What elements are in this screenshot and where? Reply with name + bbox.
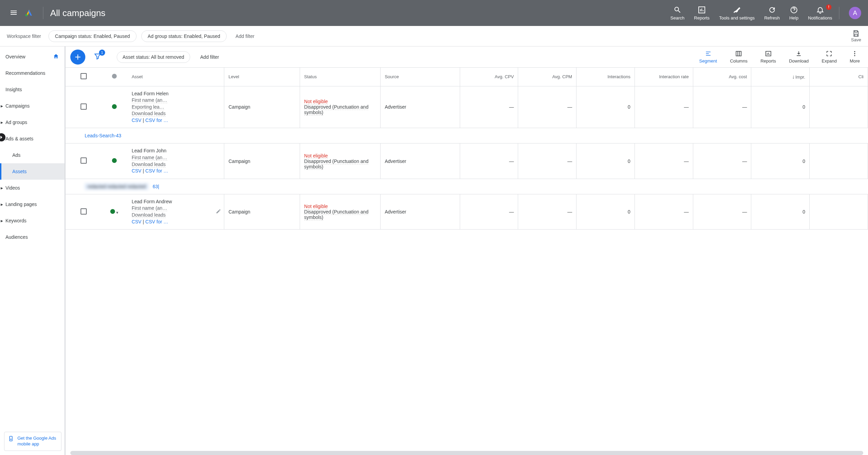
add-filter-link[interactable]: Add filter (231, 31, 258, 42)
row-status-dot[interactable] (101, 86, 127, 128)
expand-button[interactable]: Expand (818, 50, 840, 64)
sidebar-item-campaigns[interactable]: ▸Campaigns (0, 98, 65, 114)
th-clicks[interactable]: Cli (810, 68, 868, 86)
sidebar-label: Landing pages (5, 202, 37, 207)
th-asset[interactable]: Asset (128, 68, 224, 86)
th-avg-cpv[interactable]: Avg. CPV (460, 68, 518, 86)
csv-link[interactable]: CSV (132, 219, 142, 224)
tools-button[interactable]: Tools and settings (719, 6, 755, 20)
campaign-group-row[interactable]: Leads-Search-43 (66, 128, 868, 143)
th-avg-cpm[interactable]: Avg. CPM (518, 68, 577, 86)
th-status[interactable]: Status (300, 68, 381, 86)
csv-link[interactable]: CSV (132, 168, 142, 174)
sort-descending-icon: ↓ (792, 74, 795, 80)
download-leads-label: Download leads (132, 111, 166, 116)
sidebar-item-audiences[interactable]: Audiences (0, 229, 65, 245)
th-avg-cost[interactable]: Avg. cost (693, 68, 751, 86)
sidebar-item-recommendations[interactable]: Recommendations (0, 65, 65, 81)
sidebar-item-videos[interactable]: ▸Videos (0, 180, 65, 196)
sidebar-item-landing-pages[interactable]: ▸Landing pages (0, 196, 65, 212)
cell-impr: 0 (751, 194, 810, 229)
sidebar-item-keywords[interactable]: ▸Keywords (0, 212, 65, 229)
add-button[interactable] (70, 50, 85, 65)
mobile-app-promo-text: Get the Google Ads mobile app (17, 436, 58, 447)
sidebar-item-assets[interactable]: Assets (0, 163, 65, 180)
chip-campaign-status[interactable]: Campaign status: Enabled, Paused (48, 30, 136, 42)
cell-status: Not eligibleDisapproved (Punctuation and… (300, 194, 381, 229)
sidebar-item-insights[interactable]: Insights (0, 81, 65, 98)
th-interactions[interactable]: Interactions (577, 68, 635, 86)
cell-clicks (810, 86, 868, 128)
chip-adgroup-status[interactable]: Ad group status: Enabled, Paused (141, 30, 227, 42)
row-status-dot[interactable]: ▼ (101, 194, 127, 229)
notifications-button[interactable]: ! Notifications (808, 6, 832, 20)
csv-link[interactable]: CSV (132, 118, 142, 123)
account-avatar[interactable]: A (849, 7, 861, 19)
asset-note: Exporting lea… (132, 104, 165, 110)
filter-count-badge: 1 (99, 50, 105, 56)
chevron-right-icon: ▸ (1, 185, 3, 191)
campaign-group-row[interactable]: redacted redacted redacted 63| (66, 179, 868, 194)
download-leads-label: Download leads (132, 162, 166, 167)
cell-interactions: 0 (577, 143, 635, 179)
toolbar-add-filter[interactable]: Add filter (196, 52, 223, 63)
row-status-dot[interactable] (101, 143, 127, 179)
edit-icon[interactable] (216, 209, 221, 215)
sidebar-item-overview[interactable]: Overview (0, 49, 65, 65)
sidebar-item-adgroups[interactable]: ▸Ad groups (0, 114, 65, 130)
download-button[interactable]: Download (785, 50, 812, 64)
main-layout: Overview Recommendations Insights ▸Campa… (0, 46, 868, 455)
chip-asset-status[interactable]: Asset status: All but removed (117, 51, 190, 63)
refresh-button[interactable]: Refresh (764, 6, 780, 20)
table-row[interactable]: Lead Form HelenFirst name (an…Exporting … (66, 86, 868, 128)
cell-asset: Lead Form HelenFirst name (an…Exporting … (128, 86, 224, 128)
save-button[interactable]: Save (851, 30, 861, 42)
assets-table-wrap[interactable]: Asset Level Status Source Avg. CPV Avg. … (66, 68, 868, 451)
reports-button[interactable]: Reports (694, 6, 710, 20)
table-toolbar: 1 Asset status: All but removed Add filt… (66, 46, 868, 68)
th-status-dot[interactable] (101, 68, 127, 86)
toolbar-reports-button[interactable]: Reports (757, 50, 780, 64)
sidebar-item-ads-assets[interactable]: ▾Ads & assets (0, 130, 65, 147)
table-row[interactable]: ▼Lead Form AndrewFirst name (an…Download… (66, 194, 868, 229)
th-checkbox[interactable] (66, 68, 101, 86)
mobile-app-promo[interactable]: Get the Google Ads mobile app (4, 432, 61, 451)
columns-button[interactable]: Columns (727, 50, 751, 64)
filter-icon-button[interactable]: 1 (91, 50, 104, 64)
horizontal-scrollbar[interactable] (70, 451, 863, 455)
sidebar-label: Videos (5, 185, 20, 191)
download-icon (8, 436, 14, 443)
segment-button[interactable]: Segment (696, 50, 721, 64)
th-level[interactable]: Level (224, 68, 300, 86)
campaign-link-redacted[interactable]: redacted redacted redacted (85, 183, 148, 190)
help-button[interactable]: Help (789, 6, 798, 20)
refresh-label: Refresh (764, 15, 780, 20)
campaign-link[interactable]: Leads-Search-43 (85, 133, 121, 138)
table-row[interactable]: Lead Form JohnFirst name (an…Download le… (66, 143, 868, 179)
row-checkbox[interactable] (66, 143, 101, 179)
csv-for-link[interactable]: CSV for … (145, 168, 168, 174)
th-source[interactable]: Source (381, 68, 460, 86)
csv-for-link[interactable]: CSV for … (145, 118, 168, 123)
svg-point-6 (854, 51, 855, 52)
row-checkbox[interactable] (66, 86, 101, 128)
campaign-link-suffix[interactable]: 63| (150, 183, 162, 190)
th-impr[interactable]: ↓Impr. (751, 68, 810, 86)
search-button[interactable]: Search (670, 6, 684, 20)
chevron-down-icon[interactable]: ▼ (116, 211, 119, 215)
menu-icon[interactable] (7, 6, 20, 20)
cell-level: Campaign (224, 143, 300, 179)
csv-for-link[interactable]: CSV for … (145, 219, 168, 224)
sidebar-label: Ads & assets (5, 136, 33, 141)
download-leads-label: Download leads (132, 212, 166, 218)
cell-avg-cost: — (693, 143, 751, 179)
th-interaction-rate[interactable]: Interaction rate (635, 68, 693, 86)
more-button[interactable]: More (846, 50, 863, 64)
tools-label: Tools and settings (719, 15, 755, 20)
sidebar-item-ads[interactable]: Ads (0, 147, 65, 163)
google-ads-logo-icon[interactable] (25, 8, 33, 18)
sidebar-label: Campaigns (5, 103, 30, 109)
toolbar-reports-label: Reports (760, 58, 776, 64)
status-detail: Disapproved (Punctuation and symbols) (304, 158, 368, 170)
row-checkbox[interactable] (66, 194, 101, 229)
